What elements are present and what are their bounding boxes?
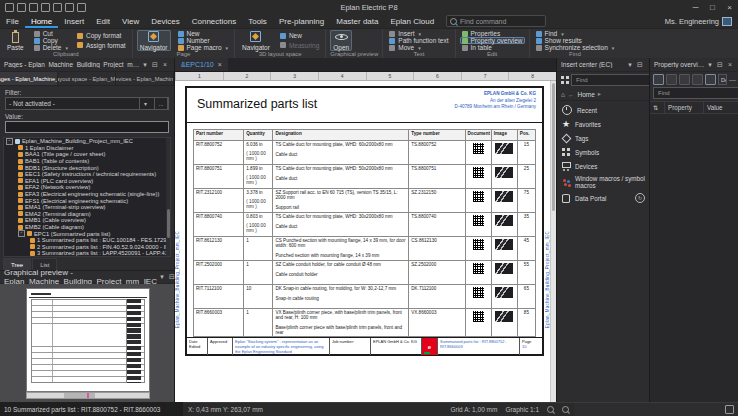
save-icon[interactable] (29, 3, 38, 12)
maximize-button[interactable]: □ (704, 0, 721, 14)
page-macro-button[interactable]: Page macro (176, 44, 231, 51)
redo-icon[interactable] (53, 3, 62, 12)
in-table-button[interactable]: In table (460, 44, 525, 51)
menu-tab[interactable]: Devices (145, 14, 185, 28)
filter-dropdown[interactable]: - Not activated - ▾ (6, 98, 151, 109)
page-navigator-button[interactable]: Navigator (137, 30, 171, 51)
panel-close-icon[interactable]: × (160, 61, 170, 68)
home-icon[interactable]: ⌂ (561, 91, 565, 98)
list-view-icon[interactable] (666, 74, 677, 85)
page-new-button[interactable]: New (176, 30, 231, 37)
property-search[interactable] (653, 87, 738, 99)
sort-az-icon[interactable] (653, 74, 664, 85)
menu-tab[interactable]: Pre-planning (273, 14, 330, 28)
menu-tab[interactable]: Connections (186, 14, 242, 28)
tree-item[interactable]: − BAB1 (Table of contents) (4, 158, 170, 165)
find-command-box[interactable]: Find command (446, 15, 546, 27)
customize-quick-access-icon[interactable] (77, 3, 86, 12)
value-input[interactable] (5, 121, 169, 133)
insert-center-item[interactable]: Favorites (557, 117, 649, 131)
tree-scrollbar[interactable] (166, 138, 170, 256)
page-number-button[interactable]: Number (176, 37, 231, 44)
property-overview-close-icon[interactable]: × (725, 61, 735, 68)
menu-tab[interactable]: Tools (242, 14, 273, 28)
tree-item[interactable]: − EMB1 (Cable overview) (4, 217, 170, 224)
document-tab[interactable]: &EPC1/10 × (175, 58, 228, 71)
expander-icon[interactable]: − (18, 230, 25, 237)
properties-button[interactable]: Properties (460, 30, 525, 37)
tree-item[interactable]: − 2 Summarized parts list : FIN.40.52.9.… (4, 244, 170, 251)
tree-item[interactable]: − 1 Summarized parts list : EUC.100184 -… (4, 237, 170, 244)
user-account[interactable]: Ms. Engineering (665, 17, 738, 26)
menu-tab[interactable]: Home (25, 14, 58, 28)
refresh-badge-icon[interactable]: ↻ (635, 193, 645, 203)
menu-tab[interactable]: Eplan Cloud (385, 14, 441, 28)
back-icon[interactable]: ← (568, 91, 575, 98)
graphical-preview-canvas[interactable] (0, 284, 174, 402)
insert-center-item[interactable]: Tags (557, 131, 649, 145)
delete-button[interactable]: Delete (32, 44, 70, 51)
tree-item[interactable]: − Eplan_Machine_Building_Project_mm_IEC (4, 138, 170, 145)
tree-item[interactable]: − EPC1 (Summarized parts list) (4, 230, 170, 237)
measuring-button[interactable]: Measuring (278, 42, 321, 49)
status-grid-icon[interactable] (725, 405, 734, 414)
insert-center-dropdown-icon[interactable]: ▾ (625, 61, 635, 69)
paste-properties-icon[interactable] (692, 74, 703, 85)
value-column-header[interactable]: Value (704, 102, 738, 113)
scheme-select[interactable]: Defau... (718, 74, 727, 85)
copy-format-button[interactable]: Copy format (75, 32, 128, 39)
open-project-icon[interactable] (17, 3, 26, 12)
preview-dropdown-icon[interactable]: ▾ (157, 273, 167, 281)
panel-tab[interactable]: Layout space - Eplan_M... (58, 72, 116, 85)
tree-item[interactable]: − EEC1 (Safety instructions / technical … (4, 171, 170, 178)
tree-item[interactable]: − 3 Summarized parts list : LAPP.4520091… (4, 250, 170, 257)
open-preview-button[interactable]: Open (330, 30, 352, 51)
copy-properties-icon[interactable] (679, 74, 690, 85)
insert-center-search-input[interactable] (574, 76, 656, 84)
insert-center-pin-icon[interactable]: ⊟ (635, 61, 645, 69)
breadcrumb-home[interactable]: Home (577, 91, 594, 98)
tree-item[interactable]: − EMA1 (Terminal-strip overview) (4, 204, 170, 211)
3d-new-button[interactable]: New (278, 32, 321, 39)
panel-dropdown-icon[interactable]: ▾ (140, 61, 150, 69)
property-overview-pin-icon[interactable]: ⊟ (715, 61, 725, 69)
menu-tab[interactable]: Master data (330, 14, 384, 28)
menu-tab[interactable]: Insert (58, 14, 90, 28)
minimize-button[interactable]: ─ (687, 0, 704, 14)
filter-more-button[interactable]: ... (154, 97, 168, 110)
show-results-button[interactable]: Show results (534, 37, 617, 44)
print-icon[interactable] (65, 3, 74, 12)
insert-center-item[interactable]: Data Portal ↻ (557, 191, 649, 205)
insert-center-item[interactable]: Symbols (557, 145, 649, 159)
property-overview-button[interactable]: Property overview (460, 37, 525, 44)
menu-tab[interactable]: View (116, 14, 145, 28)
property-grid-body[interactable] (650, 114, 738, 402)
cut-button[interactable]: Cut (32, 30, 70, 37)
tree-item[interactable]: − EFA1 (PLC card overview) (4, 178, 170, 185)
undo-icon[interactable] (41, 3, 50, 12)
transfer-icon[interactable] (705, 74, 716, 85)
new-project-icon[interactable] (5, 3, 14, 12)
tree-item[interactable]: − BAA1 (Title page / cover sheet) (4, 151, 170, 158)
find-button[interactable]: Find (534, 30, 617, 37)
panel-pin-icon[interactable]: ⊟ (150, 61, 160, 69)
tree-item[interactable]: − EFA3 (Electrical engineering schematic… (4, 191, 170, 198)
overflow-icon[interactable]: — (729, 76, 736, 83)
panel-tab[interactable]: Pages - Eplan_Machine_... (0, 72, 58, 85)
insert-center-item[interactable]: Window macros / symbol macros (557, 173, 649, 191)
tree-item[interactable]: − EFS1 (Electrical engineering schematic… (4, 197, 170, 204)
zoom-out-icon[interactable] (562, 406, 569, 413)
graphical-editor-canvas[interactable]: Eplan_Machine_Building_Project_mm_IEC Ep… (175, 81, 556, 402)
insert-center-item[interactable]: Devices (557, 159, 649, 173)
close-button[interactable]: × (721, 0, 738, 14)
tree-item[interactable]: − EFA2 (Network overview) (4, 184, 170, 191)
3d-navigator-button[interactable]: Navigator (239, 30, 273, 51)
preview-scrollbar[interactable] (26, 392, 150, 399)
copy-button[interactable]: Copy (32, 37, 70, 44)
text-insert-button[interactable]: Insert (387, 30, 450, 37)
tree-item[interactable]: − BDB1 (Structure description) (4, 164, 170, 171)
filter-dropdown-arrow-icon[interactable]: ▾ (139, 98, 151, 109)
expander-icon[interactable]: − (6, 138, 13, 145)
property-column-header[interactable]: Property (665, 102, 704, 113)
synchronize-selection-button[interactable]: Synchronize selection (534, 44, 617, 51)
